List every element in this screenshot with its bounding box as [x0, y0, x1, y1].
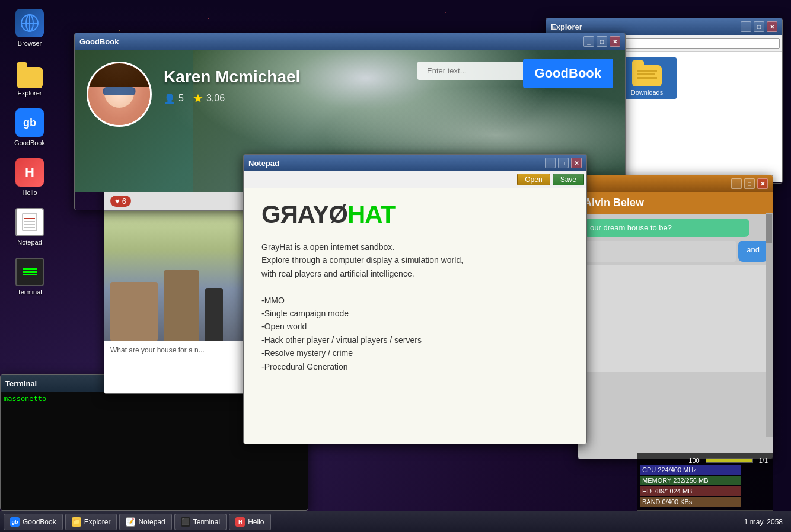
hello-desktop-icon: H — [15, 158, 44, 187]
stats-band-row: BAND 0/400 KBs — [640, 497, 770, 507]
explorer-title: Explorer — [551, 23, 582, 31]
terminal-title: Terminal — [5, 379, 37, 388]
stats-bar: 100 1/1 CPU 224/400 MHz MEMORY 232/256 M… — [637, 453, 773, 511]
notepad-open-btn[interactable]: Open — [517, 174, 550, 185]
chat-bubble-question: our dream house to be? — [583, 219, 749, 237]
explorer-maximize-btn[interactable]: □ — [754, 21, 764, 32]
explorer-close-btn[interactable]: ✕ — [767, 21, 777, 32]
chat-minimize-btn[interactable]: _ — [731, 178, 742, 189]
notepad-description-line3: with real players and artificial intelli… — [261, 267, 569, 280]
taskbar-notepad-label: Notepad — [138, 518, 165, 526]
star — [445, 12, 446, 13]
notepad-save-btn[interactable]: Save — [553, 174, 584, 185]
explorer-minimize-btn[interactable]: _ — [741, 21, 751, 32]
desktop-icon-browser[interactable]: Browser — [12, 6, 47, 50]
notepad-feature-2: -Single campaign mode — [261, 307, 569, 320]
desktop-icon-explorer[interactable]: Explorer — [12, 56, 47, 100]
stats-pagination: 100 1/1 — [640, 456, 770, 465]
taskbar-goodbook-label: GoodBook — [23, 518, 56, 526]
stats-progress-container — [706, 458, 753, 463]
chat-reply-area: and — [583, 241, 768, 262]
taskbar: gb GoodBook 📁 Explorer 📝 Notepad ⬛ Termi… — [0, 511, 791, 532]
chat-maximize-btn[interactable]: □ — [744, 178, 755, 189]
desktop-icon-terminal[interactable]: Terminal — [12, 255, 47, 299]
goodbook-search-input[interactable] — [417, 62, 536, 80]
taskbar-explorer[interactable]: 📁 Explorer — [65, 514, 117, 530]
notepad-minimize-btn[interactable]: _ — [545, 158, 556, 168]
grayhat-gray-text: GЯAYØ — [261, 200, 347, 228]
goodbook-search-area — [417, 62, 536, 80]
notepad-description-line1: GrayHat is a open internet sandbox. — [261, 241, 569, 254]
taskbar-terminal[interactable]: ⬛ Terminal — [174, 514, 227, 530]
taskbar-notepad[interactable]: 📝 Notepad — [119, 514, 171, 530]
star-icon: ★ — [193, 91, 203, 105]
notepad-titlebar[interactable]: Notepad _ □ ✕ — [244, 155, 586, 171]
chat-message-history — [583, 265, 768, 372]
goodbook-minimize-btn[interactable]: _ — [583, 36, 594, 47]
downloads-folder[interactable]: Downloads — [617, 57, 677, 99]
notepad-close-btn[interactable]: ✕ — [571, 158, 582, 168]
notepad-content[interactable]: GrayHat is a open internet sandbox. Expl… — [261, 241, 569, 373]
stats-cpu-row: CPU 224/400 MHz — [640, 465, 770, 475]
stats-memory-row: MEMORY 232/256 MB — [640, 476, 770, 485]
chat-message-text: our dream house to be? — [590, 223, 672, 232]
chat-send-btn[interactable]: and — [738, 241, 768, 262]
stats-progress-fill — [706, 459, 752, 462]
followers-icon: 👤 — [164, 93, 176, 104]
notepad-description-line2: Explore through a computer display a sim… — [261, 254, 569, 267]
taskbar-terminal-icon: ⬛ — [181, 517, 190, 527]
hello-label: Hello — [22, 189, 37, 196]
goodbook-window-controls: _ □ ✕ — [583, 36, 620, 47]
downloads-folder-icon — [632, 60, 662, 86]
desktop-icon-goodbook[interactable]: gb GoodBook — [11, 105, 48, 149]
grayhat-logo: GЯAYØHAT — [261, 200, 569, 229]
stats-hd-row: HD 789/1024 MB — [640, 486, 770, 496]
terminal-prompt: massonetto — [4, 395, 46, 403]
chat-window-controls: _ □ ✕ — [731, 178, 768, 189]
goodbook-close-btn[interactable]: ✕ — [610, 36, 620, 47]
chat-reply-input-placeholder[interactable] — [583, 241, 736, 262]
notepad-window: Notepad _ □ ✕ Open Save GЯAYØHAT GrayHat… — [243, 154, 587, 444]
notepad-title: Notepad — [248, 159, 279, 168]
goodbook-label: GoodBook — [14, 139, 45, 146]
grayhat-green-text: HAT — [347, 200, 395, 228]
star — [119, 30, 120, 31]
taskbar-hello-icon: H — [235, 517, 245, 527]
notepad-maximize-btn[interactable]: □ — [558, 158, 569, 168]
goodbook-icon-text: gb — [23, 117, 36, 129]
explorer-window-controls: _ □ ✕ — [741, 21, 777, 32]
notepad-desktop-icon — [15, 208, 44, 236]
hello-icon-text: H — [25, 165, 34, 180]
notepad-feature-4: -Hack other player / virtual players / s… — [261, 334, 569, 347]
taskbar-goodbook[interactable]: gb GoodBook — [4, 514, 63, 530]
goodbook-titlebar[interactable]: GoodBook _ □ ✕ — [75, 33, 625, 50]
chat-scrollbar[interactable] — [766, 214, 773, 437]
taskbar-terminal-label: Terminal — [193, 518, 220, 526]
notepad-window-controls: _ □ ✕ — [545, 158, 582, 168]
goodbook-desktop-icon: gb — [15, 108, 44, 137]
profile-stats: 👤 5 ★ 3,06 — [164, 91, 300, 105]
desktop-icon-notepad[interactable]: Notepad — [12, 205, 47, 249]
taskbar-clock: 1 may, 2058 — [744, 518, 787, 526]
chat-titlebar[interactable]: _ □ ✕ — [578, 175, 773, 192]
chat-contact-name: Alvin Belew — [578, 192, 773, 214]
profile-info: Karen Mcmichael 👤 5 ★ 3,06 — [164, 62, 300, 105]
taskbar-goodbook-icon: gb — [10, 517, 20, 527]
goodbook-logo-btn[interactable]: GoodBook — [523, 59, 613, 88]
notepad-feature-5: -Resolve mystery / crime — [261, 347, 569, 360]
taskbar-hello[interactable]: H Hello — [229, 514, 270, 530]
browser-icon — [15, 9, 44, 37]
stats-cpu-label: CPU 224/400 MHz — [640, 465, 741, 475]
chat-scrollbar-thumb — [766, 214, 772, 243]
svg-rect-4 — [23, 214, 37, 230]
stats-memory-label: MEMORY 232/256 MB — [640, 476, 741, 485]
chat-close-btn[interactable]: ✕ — [757, 178, 768, 189]
chat-window: _ □ ✕ Alvin Belew our dream house to be?… — [578, 175, 773, 459]
profile-followers: 👤 5 — [164, 93, 184, 104]
desktop-icon-hello[interactable]: H Hello — [12, 155, 47, 199]
terminal-label: Terminal — [17, 289, 42, 296]
goodbook-maximize-btn[interactable]: □ — [597, 36, 607, 47]
profile-avatar-inner — [88, 63, 150, 125]
notepad-feature-1: -MMO — [261, 294, 569, 307]
stats-page-label: 100 — [688, 457, 699, 464]
